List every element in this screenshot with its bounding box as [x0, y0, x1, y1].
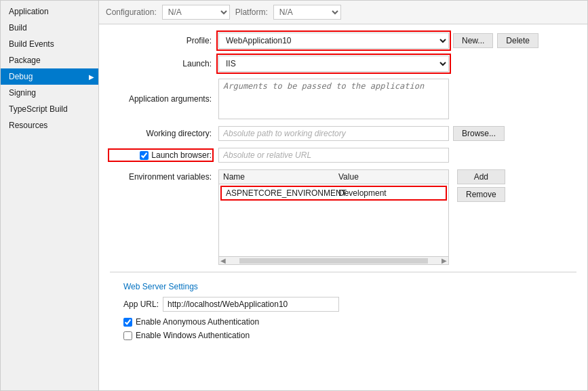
profile-select[interactable]: WebApplication10	[218, 33, 449, 49]
app-url-row: App URL:	[123, 297, 576, 312]
env-scroll-thumb[interactable]	[239, 258, 428, 264]
env-cell-value: Development	[338, 188, 442, 198]
launch-select[interactable]: IIS	[218, 56, 449, 72]
content-area: Profile: WebApplication10 New... Delete …	[99, 24, 587, 390]
launch-browser-url-control	[218, 148, 576, 163]
launch-browser-checkbox-group: Launch browser:	[110, 150, 212, 160]
app-url-label: App URL:	[123, 300, 159, 309]
add-button[interactable]: Add	[457, 169, 505, 184]
platform-select[interactable]: N/A	[273, 5, 341, 20]
delete-button[interactable]: Delete	[497, 33, 538, 48]
launch-browser-row: Launch browser:	[110, 148, 576, 163]
sidebar-item-debug[interactable]: Debug	[1, 68, 98, 85]
configuration-select[interactable]: N/A	[162, 5, 230, 20]
sidebar-label-build: Build	[9, 23, 27, 33]
new-button[interactable]: New...	[453, 33, 493, 48]
launch-browser-checkbox[interactable]	[140, 151, 149, 160]
launch-browser-url-input[interactable]	[218, 148, 449, 163]
sidebar-label-typescript-build: TypeScript Build	[9, 104, 68, 114]
env-table-header: Name Value	[219, 170, 448, 184]
env-vars-row: Environment variables: Name Value ASPNET…	[110, 169, 576, 265]
env-table-empty-space	[219, 202, 448, 256]
env-col-name-header: Name	[223, 172, 338, 182]
section-divider	[110, 272, 576, 272]
windows-auth-checkbox[interactable]	[123, 331, 132, 340]
browse-button[interactable]: Browse...	[453, 126, 505, 141]
windows-auth-row: Enable Windows Authentication	[123, 331, 576, 340]
sidebar-item-package[interactable]: Package	[1, 52, 98, 68]
sidebar-label-package: Package	[9, 56, 41, 65]
working-dir-label: Working directory:	[110, 129, 218, 138]
sidebar-item-signing[interactable]: Signing	[1, 85, 98, 101]
env-table-row[interactable]: ASPNETCORE_ENVIRONMENT Development	[220, 186, 447, 201]
env-cell-name: ASPNETCORE_ENVIRONMENT	[226, 188, 338, 198]
launch-label: Launch:	[110, 59, 218, 68]
sidebar: Application Build Build Events Package D…	[1, 1, 99, 390]
web-server-section-header: Web Server Settings	[123, 282, 576, 291]
env-buttons: Add Remove	[457, 169, 505, 202]
env-scrollbar[interactable]: ◀ ▶	[219, 256, 448, 264]
anon-auth-label: Enable Anonymous Authentication	[136, 317, 259, 327]
anon-auth-checkbox[interactable]	[123, 318, 132, 327]
app-arguments-control	[218, 79, 576, 119]
env-table: Name Value ASPNETCORE_ENVIRONMENT Develo…	[218, 169, 449, 265]
app-url-input[interactable]	[163, 297, 339, 312]
profile-label: Profile:	[110, 36, 218, 45]
app-arguments-label: Application arguments:	[110, 94, 218, 104]
working-dir-row: Working directory: Browse...	[110, 126, 576, 141]
working-dir-input[interactable]	[218, 126, 449, 141]
profile-control: WebApplication10 New... Delete	[218, 33, 576, 49]
launch-row: Launch: IIS	[110, 56, 576, 72]
env-vars-label: Environment variables:	[110, 169, 218, 182]
env-vars-control: Name Value ASPNETCORE_ENVIRONMENT Develo…	[218, 169, 576, 265]
sidebar-item-build-events[interactable]: Build Events	[1, 36, 98, 52]
sidebar-label-resources: Resources	[9, 121, 47, 130]
app-arguments-row: Application arguments:	[110, 79, 576, 119]
env-col-value-header: Value	[338, 172, 444, 182]
launch-browser-label: Launch browser:	[151, 150, 212, 160]
sidebar-label-build-events: Build Events	[9, 39, 54, 49]
launch-browser-label-cell: Launch browser:	[110, 150, 218, 160]
anon-auth-row: Enable Anonymous Authentication	[123, 317, 576, 327]
sidebar-item-typescript-build[interactable]: TypeScript Build	[1, 101, 98, 117]
sidebar-label-signing: Signing	[9, 88, 36, 98]
windows-auth-label: Enable Windows Authentication	[136, 331, 250, 340]
sidebar-label-debug: Debug	[9, 72, 33, 81]
web-server-settings: App URL: Enable Anonymous Authentication…	[123, 297, 576, 340]
platform-label: Platform:	[235, 7, 268, 17]
sidebar-item-application[interactable]: Application	[1, 3, 98, 20]
sidebar-item-resources[interactable]: Resources	[1, 117, 98, 133]
launch-control: IIS	[218, 56, 576, 72]
profile-row: Profile: WebApplication10 New... Delete	[110, 33, 576, 49]
sidebar-label-application: Application	[9, 7, 49, 16]
main-panel: Configuration: N/A Platform: N/A Profile…	[99, 1, 587, 390]
remove-button[interactable]: Remove	[457, 187, 505, 202]
configuration-label: Configuration:	[106, 7, 157, 17]
sidebar-item-build[interactable]: Build	[1, 20, 98, 36]
working-dir-control: Browse...	[218, 126, 576, 141]
app-arguments-textarea[interactable]	[218, 79, 449, 119]
top-bar: Configuration: N/A Platform: N/A	[99, 1, 587, 24]
